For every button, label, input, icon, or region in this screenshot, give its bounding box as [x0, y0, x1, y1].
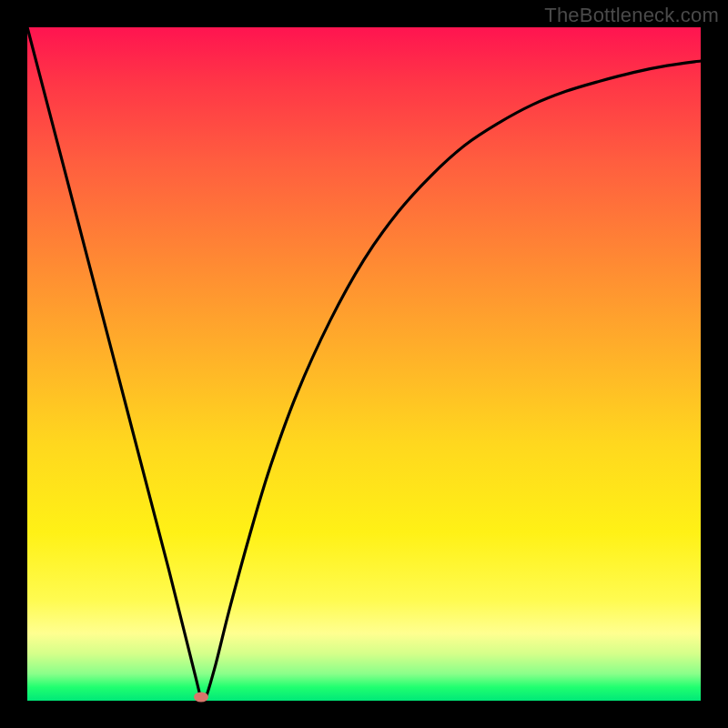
chart-plot-area [27, 27, 701, 701]
bottleneck-curve [27, 27, 701, 701]
optimum-marker [194, 693, 208, 703]
watermark-text: TheBottleneck.com [544, 4, 719, 27]
